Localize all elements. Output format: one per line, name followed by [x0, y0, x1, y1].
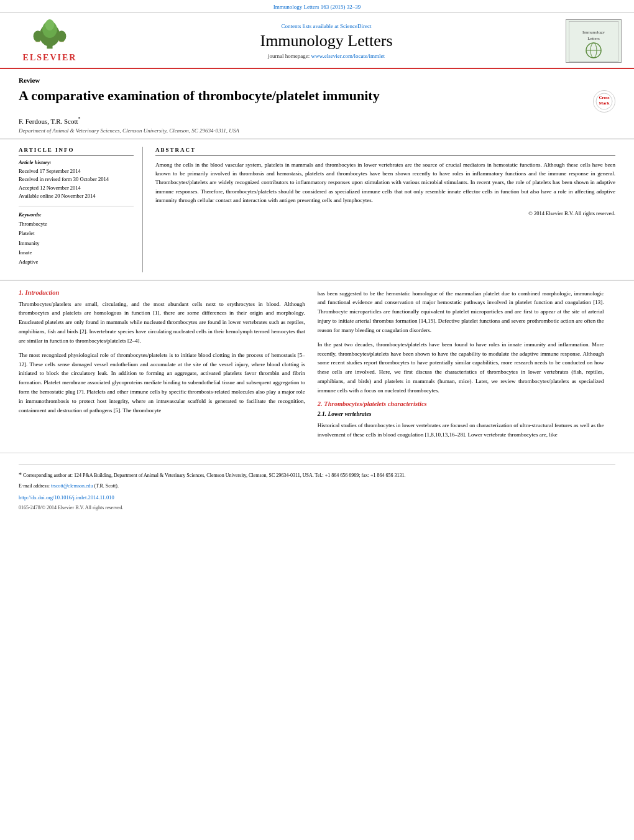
svg-point-7	[57, 30, 67, 42]
info-divider	[19, 206, 134, 206]
keywords-label: Keywords:	[19, 211, 134, 218]
abstract-panel: ABSTRACT Among the cells in the blood va…	[155, 147, 615, 272]
sciencedirect-link[interactable]: Contents lists available at ScienceDirec…	[87, 23, 566, 29]
main-content: 1. Introduction Thrombocytes/platelets a…	[0, 280, 634, 453]
keywords-list: Thrombocyte Platelet Immunity Innate Ada…	[19, 219, 134, 267]
section1-right-para1: has been suggested to be the hemostatic …	[318, 289, 604, 335]
svg-text:Immunology: Immunology	[582, 30, 605, 35]
journal-center: Contents lists available at ScienceDirec…	[87, 23, 566, 59]
contents-text: Contents lists available at	[282, 23, 339, 29]
elsevier-tree-icon	[25, 19, 75, 50]
svg-rect-8	[569, 21, 618, 62]
footnote: * Corresponding author at: 124 P&A Build…	[19, 470, 615, 480]
elsevier-logo: ELSEVIER	[12, 19, 87, 63]
section1-para1: Thrombocytes/platelets are small, circul…	[19, 300, 305, 346]
received-date: Received 17 September 2014	[19, 167, 134, 176]
journal-title: Immunology Letters	[87, 32, 566, 50]
journal-homepage: journal homepage: www.elsevier.com/locat…	[87, 53, 566, 59]
article-title: A comparative examination of thrombocyte…	[19, 88, 587, 104]
history-label: Article history:	[19, 159, 134, 165]
svg-point-6	[34, 30, 43, 42]
homepage-label: journal homepage:	[268, 53, 310, 59]
abstract-text: Among the cells in the blood vascular sy…	[155, 160, 615, 205]
affiliation: Department of Animal & Veterinary Scienc…	[19, 127, 615, 134]
page: Immunology Letters 163 (2015) 32–39 ELSE…	[0, 0, 634, 840]
keyword-5: Adaptive	[19, 257, 134, 267]
doi-link[interactable]: http://dx.doi.org/10.1016/j.imlet.2014.1…	[19, 493, 615, 502]
article-history: Article history: Received 17 September 2…	[19, 159, 134, 201]
svg-text:Letters: Letters	[587, 36, 600, 41]
article-title-row: A comparative examination of thrombocyte…	[19, 88, 615, 113]
author-names: F. Ferdous, T.R. Scott	[19, 118, 78, 125]
footer-divider	[19, 464, 615, 465]
email-note: (T.R. Scott).	[94, 483, 119, 489]
svg-point-3	[45, 19, 55, 30]
available-date: Available online 20 November 2014	[19, 192, 134, 201]
homepage-url[interactable]: www.elsevier.com/locate/immlet	[311, 53, 385, 59]
journal-logo-image: Immunology Letters	[566, 19, 622, 63]
article-footer: * Corresponding author at: 124 P&A Build…	[0, 453, 634, 515]
email-label: E-mail address:	[19, 483, 50, 489]
article-info-title: ARTICLE INFO	[19, 147, 134, 155]
footnote-text: Corresponding author at: 124 P&A Buildin…	[23, 473, 406, 478]
elsevier-brand-text: ELSEVIER	[23, 53, 77, 63]
author-superscript: *	[78, 116, 81, 122]
right-column: has been suggested to be the hemostatic …	[318, 289, 604, 445]
section2-sub-heading: 2.1. Lower vertebrates	[318, 411, 604, 417]
abstract-copyright: © 2014 Elsevier B.V. All rights reserved…	[155, 210, 615, 216]
authors: F. Ferdous, T.R. Scott*	[19, 116, 615, 125]
issn-text: 0165-2478/© 2014 Elsevier B.V. All right…	[19, 504, 615, 512]
section1-para2: The most recognized physiological role o…	[19, 351, 305, 415]
svg-text:Cross: Cross	[599, 95, 610, 100]
keyword-4: Innate	[19, 248, 134, 257]
crossmark-badge: Cross Mark	[593, 90, 615, 113]
revised-date: Received in revised form 30 October 2014	[19, 175, 134, 184]
svg-text:Mark: Mark	[599, 101, 609, 106]
abstract-title: ABSTRACT	[155, 147, 615, 155]
article-header: Review A comparative examination of thro…	[0, 69, 634, 139]
sciencedirect-anchor[interactable]: ScienceDirect	[340, 23, 371, 29]
email-address[interactable]: trscott@clemson.edu	[51, 483, 93, 489]
journal-header: ELSEVIER Contents lists available at Sci…	[0, 13, 634, 69]
email-line: E-mail address: trscott@clemson.edu (T.R…	[19, 482, 615, 491]
article-type-label: Review	[19, 76, 615, 84]
section1-right-para2: In the past two decades, thrombocytes/pl…	[318, 340, 604, 395]
journal-reference-bar: Immunology Letters 163 (2015) 32–39	[0, 0, 634, 13]
keyword-2: Platelet	[19, 229, 134, 238]
left-column: 1. Introduction Thrombocytes/platelets a…	[19, 289, 305, 445]
keyword-1: Thrombocyte	[19, 219, 134, 229]
keyword-3: Immunity	[19, 239, 134, 248]
article-body: ARTICLE INFO Article history: Received 1…	[0, 139, 634, 280]
section1-heading: 1. Introduction	[19, 289, 305, 296]
journal-ref-text: Immunology Letters 163 (2015) 32–39	[273, 4, 361, 10]
section2-sub-para: Historical studies of thrombocytes in lo…	[318, 421, 604, 440]
article-info-panel: ARTICLE INFO Article history: Received 1…	[19, 147, 143, 272]
section2-heading: 2. Thrombocytes/platelets characteristic…	[318, 400, 604, 407]
doi-text: http://dx.doi.org/10.1016/j.imlet.2014.1…	[19, 494, 114, 501]
footnote-star: *	[19, 471, 22, 478]
keywords-section: Keywords: Thrombocyte Platelet Immunity …	[19, 211, 134, 267]
accepted-date: Accepted 12 November 2014	[19, 184, 134, 193]
